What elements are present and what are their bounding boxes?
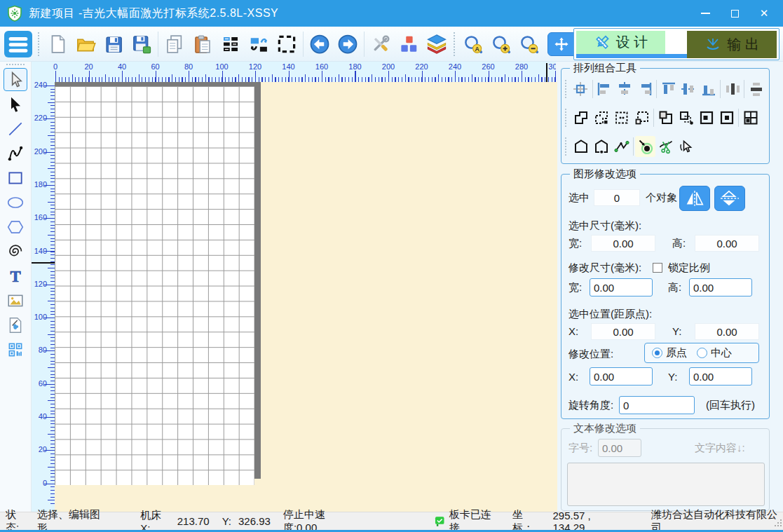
resize-height-input[interactable] xyxy=(689,278,752,296)
align-center-button[interactable] xyxy=(571,79,591,100)
pick-tool-button[interactable] xyxy=(4,93,27,116)
position-mode-radios: 原点 中心 xyxy=(644,343,759,363)
to-back-button[interactable] xyxy=(716,107,737,128)
align-right-button[interactable] xyxy=(634,79,655,100)
machine-x-label: 机床X: xyxy=(140,509,170,532)
distribute-h-button[interactable] xyxy=(722,79,742,100)
design-pencil-ruler-icon xyxy=(594,34,611,51)
zoom-in-button[interactable] xyxy=(487,29,515,60)
group-tool-row xyxy=(564,104,766,131)
transform-button[interactable] xyxy=(245,29,273,60)
origin-radio[interactable]: 原点 xyxy=(652,346,687,360)
line-tool-button[interactable] xyxy=(4,117,27,140)
distribute-v-button[interactable] xyxy=(746,79,766,100)
tab-output[interactable]: 输 出 xyxy=(687,31,777,58)
coord-label: 坐标： xyxy=(512,508,543,532)
radio-dot xyxy=(697,348,707,358)
take-out-button[interactable] xyxy=(676,107,696,128)
close-path-button[interactable] xyxy=(571,136,591,157)
zoom-fit-button[interactable]: A xyxy=(459,29,487,60)
vector-file-tool-button[interactable] xyxy=(4,313,27,336)
menu-button[interactable] xyxy=(4,31,32,57)
to-front-button[interactable] xyxy=(696,107,716,128)
distribute-h-icon xyxy=(725,81,740,97)
move-x-input[interactable] xyxy=(590,367,653,386)
open-folder-icon xyxy=(75,34,96,55)
forward-button[interactable] xyxy=(334,29,362,60)
to-front-icon xyxy=(699,110,714,125)
move-y-input[interactable] xyxy=(689,367,752,386)
rectangle-tool-button[interactable] xyxy=(4,166,27,189)
align-middle-v-button[interactable] xyxy=(679,79,699,100)
row-separator xyxy=(744,80,744,98)
resize-width-input[interactable] xyxy=(590,278,653,296)
selected-pos-label: 选中位置(距原点): xyxy=(568,308,652,321)
color-params-button[interactable] xyxy=(395,29,423,60)
select-tool-button[interactable] xyxy=(4,68,27,91)
align-center-h-icon xyxy=(617,81,632,97)
zoom-out-button[interactable] xyxy=(515,29,543,60)
cursor-icon xyxy=(6,71,25,89)
maximize-button[interactable] xyxy=(723,3,747,24)
cut-path-button[interactable] xyxy=(655,136,676,157)
drawing-toolbar: T xyxy=(0,62,32,512)
put-in-button[interactable] xyxy=(655,107,676,128)
align-bottom-button[interactable] xyxy=(699,79,719,100)
copy-button[interactable] xyxy=(161,29,189,60)
ungroup-button[interactable] xyxy=(591,107,611,128)
ruler-label: 120 xyxy=(249,62,261,71)
minimize-button[interactable] xyxy=(693,3,717,24)
image-tool-button[interactable] xyxy=(4,289,27,312)
uncombine-button[interactable] xyxy=(632,107,652,128)
align-left-button[interactable] xyxy=(594,79,615,100)
put-in-icon xyxy=(658,110,674,125)
row-separator xyxy=(592,80,593,98)
layers-button[interactable] xyxy=(423,29,451,60)
split-grid-button[interactable] xyxy=(740,107,761,128)
ellipse-tool-button[interactable] xyxy=(4,191,27,214)
selected-width-value: 0.00 xyxy=(591,235,655,252)
lock-ratio-checkbox[interactable] xyxy=(653,263,662,273)
paste-button[interactable] xyxy=(189,29,217,60)
new-file-button[interactable] xyxy=(43,29,72,60)
close-button[interactable]: ✕ xyxy=(752,3,776,24)
company-name: 潍坊合达自动化科技有限公司 xyxy=(651,508,783,532)
coord-value: 295.57 , 134.29 xyxy=(552,510,623,532)
open-path-button[interactable] xyxy=(591,136,611,157)
add-node-button[interactable] xyxy=(635,136,655,157)
main-toolbar: A 机床控制 设 计 输 出 xyxy=(0,27,783,62)
combine-button[interactable] xyxy=(611,107,632,128)
array-grid-icon xyxy=(220,34,241,55)
tab-design[interactable]: 设 计 xyxy=(576,31,665,54)
select-node-button[interactable] xyxy=(676,136,696,157)
align-top-button[interactable] xyxy=(658,79,679,100)
group-button[interactable] xyxy=(571,107,591,128)
design-canvas[interactable] xyxy=(55,82,557,512)
text-icon: T xyxy=(6,267,25,285)
selected-count-value: 0 xyxy=(594,189,640,206)
marquee-select-button[interactable] xyxy=(273,29,301,60)
ruler-label: 20 xyxy=(84,62,93,71)
polygon-tool-button[interactable] xyxy=(4,215,27,238)
resize-grip[interactable] xyxy=(773,518,782,526)
spiral-tool-button[interactable] xyxy=(4,240,27,263)
edit-nodes-button[interactable] xyxy=(611,136,632,157)
save-as-button[interactable] xyxy=(128,29,156,60)
settings-button[interactable] xyxy=(367,29,395,60)
text-content-label: 文字内容↓: xyxy=(695,442,745,455)
rotate-input[interactable] xyxy=(619,396,695,414)
mirror-vertical-button[interactable] xyxy=(714,186,745,211)
mirror-horizontal-button[interactable] xyxy=(679,186,710,211)
center-radio[interactable]: 中心 xyxy=(697,346,732,360)
back-button[interactable] xyxy=(306,29,334,60)
save-button[interactable] xyxy=(100,29,128,60)
array-button[interactable] xyxy=(217,29,245,60)
x-label: X: xyxy=(568,325,578,337)
align-center-h-button[interactable] xyxy=(615,79,635,100)
open-file-button[interactable] xyxy=(72,29,100,60)
text-tool-button[interactable]: T xyxy=(4,264,27,287)
curve-tool-button[interactable] xyxy=(4,142,27,165)
align-top-icon xyxy=(661,81,676,97)
workarea-grid[interactable] xyxy=(55,86,254,485)
array-copy-tool-button[interactable] xyxy=(4,338,27,361)
